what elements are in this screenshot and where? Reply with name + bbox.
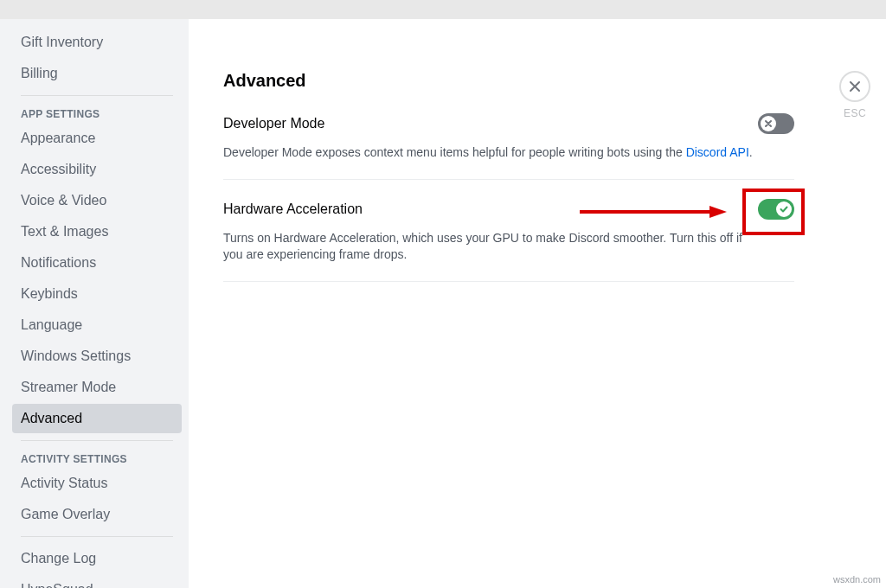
sidebar-divider bbox=[21, 440, 173, 441]
sidebar-item-label: Billing bbox=[21, 66, 58, 80]
sidebar-item-label: Notifications bbox=[21, 255, 96, 270]
svg-marker-1 bbox=[709, 206, 727, 218]
check-icon bbox=[779, 204, 789, 214]
setting-developer-mode: Developer Mode Developer Mode exposes co… bbox=[223, 113, 794, 180]
sidebar-item-voice-video[interactable]: Voice & Video bbox=[12, 186, 182, 215]
settings-sidebar: Gift Inventory Billing APP SETTINGS Appe… bbox=[0, 19, 189, 588]
sidebar-item-label: Activity Status bbox=[21, 476, 107, 490]
sidebar-item-billing[interactable]: Billing bbox=[12, 59, 182, 88]
sidebar-item-label: Windows Settings bbox=[21, 348, 131, 363]
sidebar-item-label: Appearance bbox=[21, 131, 95, 145]
sidebar-divider bbox=[21, 536, 173, 537]
sidebar-item-label: Text & Images bbox=[21, 224, 108, 239]
close-icon bbox=[848, 80, 862, 93]
sidebar-item-windows-settings[interactable]: Windows Settings bbox=[12, 342, 182, 371]
setting-description: Developer Mode exposes context menu item… bbox=[223, 144, 760, 162]
sidebar-item-language[interactable]: Language bbox=[12, 310, 182, 340]
close-label: ESC bbox=[844, 107, 866, 119]
sidebar-item-change-log[interactable]: Change Log bbox=[12, 544, 182, 573]
setting-description: Turns on Hardware Acceleration, which us… bbox=[223, 230, 760, 264]
sidebar-header-app-settings: APP SETTINGS bbox=[12, 103, 182, 124]
toggle-knob bbox=[776, 201, 792, 217]
sidebar-item-label: Game Overlay bbox=[21, 507, 110, 521]
toggle-knob bbox=[761, 116, 776, 131]
setting-title: Hardware Acceleration bbox=[223, 201, 363, 217]
developer-mode-toggle[interactable] bbox=[758, 113, 794, 134]
sidebar-item-notifications[interactable]: Notifications bbox=[12, 248, 182, 278]
page-title: Advanced bbox=[223, 71, 794, 91]
sidebar-item-label: Accessibility bbox=[21, 162, 96, 176]
window-top-bar bbox=[0, 0, 886, 19]
sidebar-item-keybinds[interactable]: Keybinds bbox=[12, 279, 182, 309]
sidebar-item-label: Advanced bbox=[21, 411, 82, 425]
sidebar-item-gift-inventory[interactable]: Gift Inventory bbox=[12, 28, 182, 57]
sidebar-header-activity-settings: ACTIVITY SETTINGS bbox=[12, 448, 182, 469]
hardware-acceleration-toggle[interactable] bbox=[758, 199, 794, 220]
sidebar-item-label: Language bbox=[21, 317, 82, 332]
annotation-arrow-icon bbox=[580, 204, 727, 220]
sidebar-item-label: Streamer Mode bbox=[21, 380, 116, 394]
sidebar-item-accessibility[interactable]: Accessibility bbox=[12, 155, 182, 184]
sidebar-item-label: Voice & Video bbox=[21, 193, 106, 208]
sidebar-divider bbox=[21, 95, 173, 96]
sidebar-item-appearance[interactable]: Appearance bbox=[12, 124, 182, 153]
setting-title: Developer Mode bbox=[223, 116, 324, 131]
sidebar-item-label: Keybinds bbox=[21, 286, 78, 301]
sidebar-item-advanced[interactable]: Advanced bbox=[12, 404, 182, 433]
sidebar-item-hypesquad[interactable]: HypeSquad bbox=[12, 575, 182, 588]
setting-hardware-acceleration: Hardware Acceleration Turns on Hardware … bbox=[223, 199, 794, 282]
sidebar-item-streamer-mode[interactable]: Streamer Mode bbox=[12, 373, 182, 402]
sidebar-item-text-images[interactable]: Text & Images bbox=[12, 217, 182, 246]
sidebar-item-activity-status[interactable]: Activity Status bbox=[12, 469, 182, 498]
watermark: wsxdn.com bbox=[833, 574, 881, 585]
x-mark-icon bbox=[764, 119, 773, 128]
sidebar-item-label: Gift Inventory bbox=[21, 35, 103, 49]
discord-api-link[interactable]: Discord API bbox=[686, 145, 749, 159]
sidebar-item-label: Change Log bbox=[21, 551, 96, 566]
sidebar-item-label: HypeSquad bbox=[21, 582, 93, 588]
close-button[interactable] bbox=[839, 71, 870, 102]
settings-main: ESC Advanced Developer Mode Developer Mo… bbox=[189, 19, 886, 588]
sidebar-item-game-overlay[interactable]: Game Overlay bbox=[12, 500, 182, 529]
